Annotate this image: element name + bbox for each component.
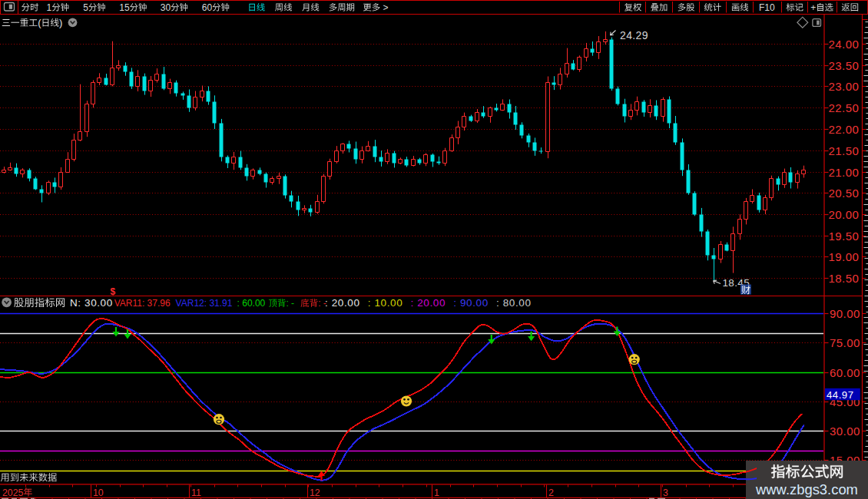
svg-text:>: > (380, 2, 388, 13)
svg-text:1: 1 (434, 487, 439, 498)
svg-text:: 20.00: : 20.00 (325, 297, 359, 309)
svg-text:24.00: 24.00 (829, 38, 860, 51)
svg-text:15: 15 (119, 2, 130, 13)
svg-text:21.00: 21.00 (829, 166, 860, 179)
svg-text:VAR12: 31.91: VAR12: 31.91 (176, 298, 233, 309)
svg-text:N: 30.00: N: 30.00 (70, 297, 113, 309)
svg-text:20.50: 20.50 (829, 187, 860, 200)
svg-text:90.00: 90.00 (830, 307, 860, 320)
svg-text:www.zbgs3.com: www.zbgs3.com (755, 481, 858, 497)
svg-text:+: + (810, 2, 816, 13)
svg-text:2: 2 (548, 487, 554, 498)
svg-text:23.50: 23.50 (829, 59, 860, 72)
svg-text:44.97: 44.97 (827, 389, 854, 401)
svg-text:F10: F10 (759, 2, 775, 13)
svg-text:VAR11: 37.96: VAR11: 37.96 (114, 298, 171, 309)
svg-text:: 90.00: : 90.00 (453, 297, 488, 309)
svg-text:10: 10 (93, 487, 104, 498)
svg-text:22.50: 22.50 (829, 101, 860, 114)
svg-text:19.50: 19.50 (829, 230, 860, 243)
svg-text:1: 1 (47, 2, 52, 13)
svg-text:: 60.00: : 60.00 (237, 298, 266, 309)
svg-text:22.00: 22.00 (829, 123, 860, 136)
svg-text:: 10.00: : 10.00 (368, 297, 403, 309)
svg-text:2025: 2025 (2, 487, 24, 498)
svg-text:: -: : - (286, 298, 294, 309)
svg-text:30: 30 (161, 2, 171, 13)
svg-text:5: 5 (83, 2, 88, 13)
svg-text:18.50: 18.50 (829, 272, 860, 285)
svg-text:): ) (59, 17, 62, 28)
svg-text:21.50: 21.50 (829, 144, 860, 157)
svg-text:24.29: 24.29 (620, 29, 648, 41)
svg-text:60: 60 (202, 2, 213, 13)
svg-text:20.00: 20.00 (829, 208, 860, 221)
svg-text:75.00: 75.00 (830, 336, 860, 349)
svg-text:60.00: 60.00 (830, 366, 860, 379)
svg-text:30.00: 30.00 (830, 425, 860, 438)
svg-text:23.00: 23.00 (829, 80, 860, 93)
svg-text:19.00: 19.00 (829, 250, 860, 263)
svg-text:3: 3 (663, 487, 668, 498)
svg-text:: 20.00: : 20.00 (411, 297, 446, 309)
svg-text:: 80.00: : 80.00 (496, 297, 531, 309)
svg-text:12: 12 (310, 487, 320, 498)
svg-text:(: ( (38, 17, 41, 28)
svg-text:11: 11 (191, 487, 201, 498)
